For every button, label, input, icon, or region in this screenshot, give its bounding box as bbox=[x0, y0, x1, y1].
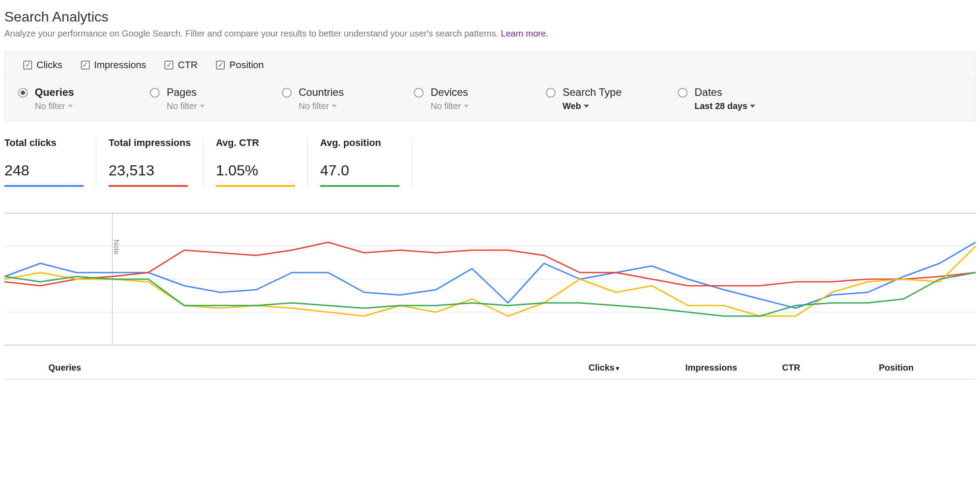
sort-descending-icon: ▼ bbox=[614, 365, 621, 372]
stat-label: Total clicks bbox=[4, 137, 84, 149]
column-header-position[interactable]: Position bbox=[879, 363, 976, 373]
column-header-ctr[interactable]: CTR bbox=[782, 363, 879, 373]
checkbox-icon bbox=[216, 61, 225, 69]
metric-clicks-checkbox[interactable]: Clicks bbox=[23, 59, 62, 71]
chevron-down-icon bbox=[68, 105, 73, 108]
metric-label: Position bbox=[229, 59, 263, 71]
dimension-title: Search Type bbox=[563, 86, 622, 98]
dimension-devices[interactable]: Devices No filter bbox=[414, 86, 546, 111]
dimension-countries[interactable]: Countries No filter bbox=[282, 86, 414, 111]
column-header-queries[interactable]: Queries bbox=[4, 363, 81, 373]
chevron-down-icon bbox=[750, 105, 755, 108]
dimension-filter-value: Web bbox=[563, 101, 581, 111]
metric-label: CTR bbox=[178, 59, 197, 71]
stat-underline bbox=[109, 185, 188, 187]
table-divider bbox=[4, 379, 976, 379]
radio-icon bbox=[678, 88, 687, 98]
stat-underline bbox=[320, 185, 399, 187]
dimension-filter-dropdown[interactable]: No filter bbox=[431, 101, 469, 111]
radio-icon bbox=[18, 88, 28, 98]
subtitle-text: Analyze your performance on Google Searc… bbox=[4, 29, 501, 38]
metric-ctr-checkbox[interactable]: CTR bbox=[165, 59, 197, 71]
checkbox-icon bbox=[23, 61, 32, 69]
dimension-title: Pages bbox=[167, 86, 205, 98]
stat-total-clicks: Total clicks 248 bbox=[4, 137, 96, 187]
dimension-title: Devices bbox=[431, 86, 469, 98]
stat-underline bbox=[216, 185, 295, 187]
trend-chart: Note bbox=[4, 209, 976, 349]
column-header-impressions[interactable]: Impressions bbox=[685, 363, 782, 373]
page-subtitle: Analyze your performance on Google Searc… bbox=[4, 29, 976, 39]
metric-label: Clicks bbox=[37, 59, 62, 71]
dimension-filter-dropdown[interactable]: No filter bbox=[167, 101, 205, 111]
dimension-queries[interactable]: Queries No filter bbox=[18, 86, 150, 111]
stat-value: 1.05% bbox=[216, 162, 295, 179]
radio-icon bbox=[282, 88, 292, 98]
radio-icon bbox=[414, 88, 424, 98]
chevron-down-icon bbox=[584, 105, 589, 108]
checkbox-icon bbox=[81, 61, 90, 69]
dimension-filter-value: Last 28 days bbox=[695, 101, 747, 111]
chart-note-label: Note bbox=[113, 240, 120, 255]
chevron-down-icon bbox=[332, 105, 337, 108]
chevron-down-icon bbox=[200, 105, 205, 108]
learn-more-link[interactable]: Learn more. bbox=[501, 29, 549, 38]
dimension-title: Countries bbox=[299, 86, 344, 98]
chevron-down-icon bbox=[464, 105, 469, 108]
stat-total-impressions: Total impressions 23,513 bbox=[96, 137, 204, 187]
dimension-filter-value: No filter bbox=[431, 101, 461, 111]
column-label: Clicks bbox=[589, 363, 614, 372]
stat-label: Avg. position bbox=[320, 137, 399, 149]
dimension-title: Queries bbox=[35, 86, 74, 98]
summary-stats: Total clicks 248 Total impressions 23,51… bbox=[4, 137, 976, 187]
column-header-clicks[interactable]: Clicks▼ bbox=[589, 363, 685, 373]
dimension-filter-value: No filter bbox=[35, 101, 65, 111]
metric-position-checkbox[interactable]: Position bbox=[216, 59, 263, 71]
stat-avg-position: Avg. position 47.0 bbox=[308, 137, 412, 187]
checkbox-icon bbox=[165, 61, 173, 69]
dimension-filter-value: No filter bbox=[167, 101, 197, 111]
metric-label: Impressions bbox=[94, 59, 146, 71]
filter-panel: Clicks Impressions CTR Position Queries … bbox=[4, 51, 976, 121]
dimension-filter-dropdown[interactable]: No filter bbox=[35, 101, 74, 111]
stat-label: Avg. CTR bbox=[216, 137, 295, 149]
stat-value: 47.0 bbox=[320, 162, 399, 179]
metric-impressions-checkbox[interactable]: Impressions bbox=[81, 59, 146, 71]
dimension-search-type[interactable]: Search Type Web bbox=[546, 86, 678, 111]
dimension-dates[interactable]: Dates Last 28 days bbox=[678, 86, 810, 111]
dimension-title: Dates bbox=[695, 86, 755, 98]
dimension-filter-dropdown[interactable]: No filter bbox=[299, 101, 344, 111]
chart-svg: Note bbox=[4, 209, 976, 349]
dimension-pages[interactable]: Pages No filter bbox=[150, 86, 282, 111]
stat-value: 248 bbox=[4, 162, 84, 179]
table-header-row: Queries Clicks▼ Impressions CTR Position bbox=[4, 349, 976, 379]
stat-value: 23,513 bbox=[109, 162, 191, 179]
radio-icon bbox=[150, 88, 160, 98]
stat-label: Total impressions bbox=[109, 137, 191, 149]
dimension-filter-dropdown[interactable]: Last 28 days bbox=[695, 101, 755, 111]
radio-icon bbox=[546, 88, 556, 98]
page-title: Search Analytics bbox=[4, 9, 976, 25]
dimensions-row: Queries No filter Pages No filter Countr… bbox=[5, 79, 975, 121]
stat-underline bbox=[4, 185, 84, 187]
metrics-row: Clicks Impressions CTR Position bbox=[5, 51, 975, 79]
dimension-filter-value: No filter bbox=[299, 101, 329, 111]
stat-avg-ctr: Avg. CTR 1.05% bbox=[204, 137, 308, 187]
dimension-filter-dropdown[interactable]: Web bbox=[563, 101, 622, 111]
